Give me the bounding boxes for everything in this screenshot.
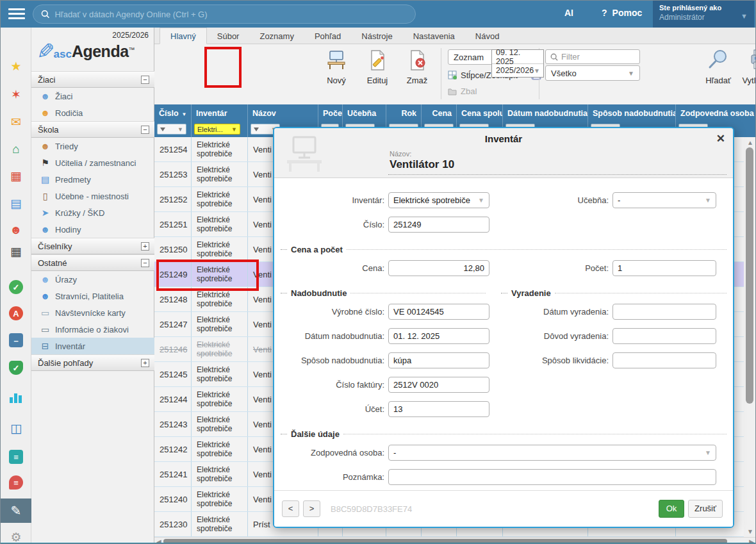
sidebar-item-žiaci[interactable]: ☻Žiaci (31, 88, 154, 104)
hamburger-menu-icon[interactable] (8, 8, 25, 20)
journal-icon[interactable]: ≡ (9, 450, 23, 464)
sidebar-item-rodičia[interactable]: ☻Rodičia (31, 104, 154, 121)
ai-button[interactable]: AI (564, 8, 573, 18)
vertical-scroll-thumb[interactable] (746, 147, 753, 404)
delete-button[interactable]: Zmaž (400, 49, 434, 85)
field-výrobné-číslo[interactable]: VE 00124545 (388, 304, 489, 320)
library-book-icon[interactable]: ◫ (1, 422, 31, 434)
column-header-cena[interactable]: Cena (422, 104, 457, 122)
settings-gear-icon[interactable]: ⚙ (1, 531, 31, 543)
help-button[interactable]: ? Pomoc (602, 8, 642, 18)
collapse-button[interactable]: Zbal (448, 87, 477, 96)
field-učebňa[interactable]: -▼ (612, 192, 716, 208)
grades-icon[interactable]: A (9, 306, 23, 320)
global-search[interactable] (33, 4, 416, 24)
field-zodpovedná-osoba[interactable]: -▼ (388, 445, 716, 461)
sidebar-item-predmety[interactable]: ▤Predmety (31, 171, 154, 188)
global-search-input[interactable] (54, 10, 407, 19)
filter-scope-select[interactable]: Všetko ▼ (545, 65, 640, 81)
column-header-inventár[interactable]: Inventár (192, 104, 248, 122)
column-header-počet[interactable]: Počet (318, 104, 343, 122)
field-počet[interactable]: 1 (612, 260, 716, 276)
sidebar-item-úrazy[interactable]: ☻Úrazy (31, 271, 154, 288)
sidebar-item-stravníci-platitelia[interactable]: ☻Stravníci, Platitelia (31, 288, 154, 304)
field-cena[interactable]: 12,80 (388, 260, 489, 276)
ok-button[interactable]: Ok (659, 500, 684, 518)
tab-nastavenia[interactable]: Nastavenia (403, 28, 465, 44)
sidebar-item-hodiny[interactable]: ☻Hodiny (31, 221, 154, 238)
field-spôsob-nadobudnutia[interactable]: kúpa (388, 352, 489, 368)
sidebar-item-inventár[interactable]: ⊟Inventár (31, 338, 154, 354)
magic-wand-icon[interactable]: ✶ (1, 88, 31, 101)
date-field[interactable]: 09. 12. 2025 (492, 50, 543, 64)
field-dátum-vyradenia[interactable] (612, 304, 716, 320)
collapse-toggle-icon[interactable]: − (141, 259, 149, 267)
filter-inventár-dropdown[interactable]: Elektri...▼ (194, 124, 240, 135)
column-header-rok[interactable]: Rok (386, 104, 422, 122)
vertical-scrollbar[interactable]: ▲ ▼ (744, 137, 756, 537)
column-header-spôsob-nadobudnutia[interactable]: Spôsob nadobudnutia (588, 104, 676, 122)
collapse-toggle-icon[interactable]: + (141, 359, 149, 367)
search-records-button[interactable]: Hľadať (700, 48, 736, 85)
filter-číslo-dropdown[interactable]: ▼ (157, 124, 186, 135)
column-header-zodpovedná-osoba[interactable]: Zodpovedná osoba (676, 104, 756, 122)
column-header-číslo[interactable]: Číslo▼ (154, 104, 192, 122)
field-spôsob-likvidácie[interactable] (612, 352, 716, 368)
school-year-select[interactable]: 2025/2026 ▼ (492, 64, 543, 77)
previous-record-button[interactable]: < (282, 500, 299, 517)
tab-nástroje[interactable]: Nástroje (351, 28, 402, 44)
sidebar-item-návštevnícke-karty[interactable]: ▭Návštevnícke karty (31, 304, 154, 321)
check-circle-icon[interactable]: ✓ (9, 280, 23, 294)
sidebar-item-učitelia-zamestnanci[interactable]: ⚑Učitelia / zamestnanci (31, 154, 154, 171)
chat-icon[interactable]: ≡ (9, 475, 23, 490)
field-dátum-nadobudnutia[interactable]: 01. 12. 2025 (388, 328, 489, 344)
sidebar-item-krúžky-škd[interactable]: ➤Krúžky / ŠKD (31, 204, 154, 221)
timetable-icon[interactable]: ▦ (1, 170, 31, 182)
favorites-star-icon[interactable]: ★ (1, 60, 31, 72)
new-button[interactable]: Nový (320, 49, 353, 85)
scroll-down-icon[interactable]: ▼ (747, 528, 753, 535)
user-menu[interactable]: Ste prihlásený ako Administrátor ▼ (653, 1, 754, 28)
field-číslo[interactable]: 251249 (388, 217, 489, 233)
cancel-button[interactable]: Zrušiť (688, 500, 723, 518)
print-button[interactable]: Vytlačiť ▼ (740, 48, 756, 85)
tab-súbor[interactable]: Súbor (207, 28, 250, 44)
next-record-button[interactable]: > (303, 500, 320, 517)
column-header-názov[interactable]: Názov (248, 104, 318, 122)
sidebar-item-učebne-miestnosti[interactable]: ▯Učebne - miestnosti (31, 188, 154, 204)
close-icon[interactable]: ✕ (716, 132, 725, 145)
item-name[interactable]: Ventilátor 10 (390, 158, 454, 171)
field-číslo-faktúry[interactable]: 2512V 0020 (388, 377, 489, 393)
mail-icon[interactable]: ✉ (1, 116, 31, 128)
briefcase-icon[interactable]: – (9, 333, 23, 347)
sidebar-section-ostatné[interactable]: Ostatné− (31, 254, 154, 271)
collapse-toggle-icon[interactable]: + (141, 242, 149, 251)
person-icon[interactable]: ☻ (1, 224, 31, 236)
column-header-učebňa[interactable]: Učebňa (343, 104, 386, 122)
agenda-pen-icon[interactable]: ✎ (1, 499, 31, 523)
column-header-dátum-nadobudnutia[interactable]: Dátum nadobudnutia (503, 104, 588, 122)
home-icon[interactable]: ⌂ (1, 143, 31, 155)
collapse-toggle-icon[interactable]: − (141, 126, 149, 134)
shield-check-icon[interactable]: ✓ (9, 361, 23, 375)
plan-calendar-icon[interactable]: ▦ (1, 245, 31, 258)
field-inventár[interactable]: Elektrické spotrebiče▼ (388, 192, 489, 208)
sidebar-section-číselníky[interactable]: Číselníky+ (31, 238, 154, 254)
tab-návod[interactable]: Návod (465, 28, 510, 44)
tab-hlavný[interactable]: Hlavný (160, 28, 207, 44)
tab-pohľad[interactable]: Pohľad (304, 28, 351, 44)
table-filter-box[interactable] (545, 49, 640, 64)
edit-button[interactable]: Edituj (361, 49, 394, 85)
field-účet[interactable]: 13 (388, 401, 489, 417)
sidebar-section-žiaci[interactable]: Žiaci− (31, 71, 154, 88)
field-poznámka[interactable] (388, 469, 716, 485)
sidebar-item-informácie-o-žiakovi[interactable]: ▭Informácie o žiakovi (31, 321, 154, 338)
column-header-cena-spolu[interactable]: Cena spolu (457, 104, 503, 122)
table-filter-input[interactable] (561, 52, 632, 62)
bar-chart-icon[interactable] (10, 392, 22, 403)
sidebar-section-škola[interactable]: Škola− (31, 121, 154, 138)
collapse-toggle-icon[interactable]: − (141, 76, 149, 84)
tab-zoznamy[interactable]: Zoznamy (249, 28, 304, 44)
field-dôvod-vyradenia[interactable] (612, 328, 716, 344)
sidebar-section-ďalšie-pohľady[interactable]: Ďalšie pohľady+ (31, 354, 154, 371)
